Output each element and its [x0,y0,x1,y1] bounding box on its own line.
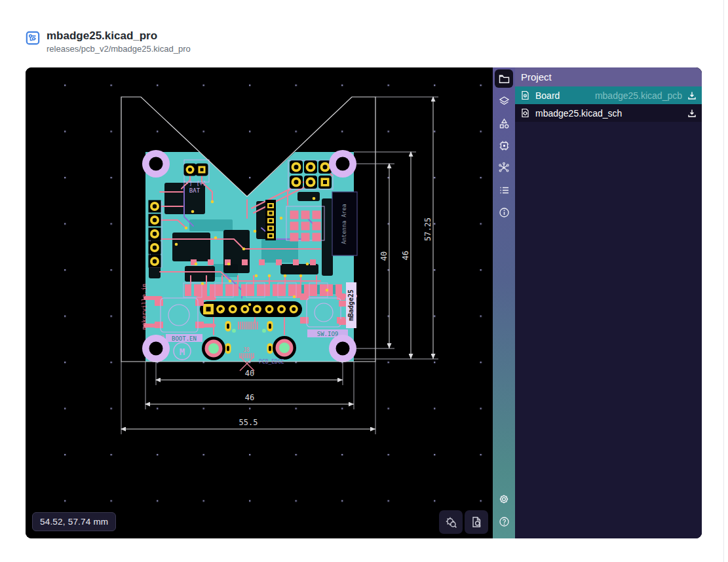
zoom-to-board-icon [445,516,457,529]
module-edge-pads [265,200,276,240]
info-icon [499,207,510,218]
dimension-label: 40 [379,252,389,261]
dimension-label: 57.25 [423,217,432,241]
objects-list-icon [499,185,510,196]
scrollbar-track-edge [723,0,724,562]
footprint-icon [499,140,510,151]
project-icon [499,73,510,84]
sidebar-tool-nets[interactable] [495,159,513,177]
settings-button[interactable] [495,490,513,508]
dimension-label: 46 [401,251,410,260]
zoom-to-board-button[interactable] [439,510,463,534]
svg-text:J8: J8 [243,347,250,353]
dimension-label: 40 [245,369,254,378]
panel-title: Project [515,67,702,86]
zoom-to-page-icon [470,516,483,529]
board-file-icon [520,90,530,100]
board-canvas[interactable]: [-] [+] BAT [26,67,493,538]
kicad-viewer: [-] [+] BAT [26,67,702,538]
svg-text:mBadge25: mBadge25 [347,290,354,321]
nets-icon [498,162,510,174]
file-row-board[interactable]: Board mbadge25.kicad_pcb [515,86,702,104]
svg-text:SW.IO9: SW.IO9 [317,331,339,337]
dimension-label: 55.5 [239,418,258,427]
download-icon[interactable] [687,91,697,100]
help-button[interactable] [495,512,513,531]
module-grid-pads [290,211,321,242]
file-header: mbadge25.kicad_pro releases/pcb_v2/mbadg… [26,29,191,54]
zoom-to-page-button[interactable] [465,510,488,534]
schematic-file-icon [520,108,530,118]
svg-text:M: M [180,347,185,357]
sidebar-tool-footprints[interactable] [495,136,513,155]
sidebar-tool-project[interactable] [495,69,513,88]
breadcrumb: releases/pcb_v2/mbadge25.kicad_pro [47,44,191,54]
svg-text:Antenna Area: Antenna Area [341,204,347,244]
help-icon [499,516,510,527]
antenna-area: Antenna Area [332,192,357,255]
bottom-header-pads [200,301,302,317]
svg-text:[+]: [+] [197,181,206,187]
page-title: mbadge25.kicad_pro [47,29,191,43]
download-icon[interactable] [687,109,697,118]
panel-empty-area [515,122,702,538]
svg-text:BAT: BAT [189,187,201,194]
svg-text:BOOT.EN: BOOT.EN [172,335,197,342]
file-row-schematic[interactable]: mbadge25.kicad_sch [515,104,702,122]
settings-gear-icon [498,493,510,505]
file-row-filename: mbadge25.kicad_pcb [595,90,682,101]
page: mbadge25.kicad_pro releases/pcb_v2/mbadg… [0,0,728,562]
makerville-silkscreen: makerville.in [141,284,147,329]
cursor-position-readout: 54.52, 57.74 mm [32,512,116,531]
symbols-icon [499,118,510,129]
sidebar-tool-objects[interactable] [495,181,513,199]
activity-bar [493,67,515,538]
sidebar-tool-symbols[interactable] [495,114,513,132]
svg-text:[-]: [-] [183,181,192,187]
dimension-label: 46 [245,393,254,402]
layers-icon [499,96,510,107]
file-row-label: mbadge25.kicad_sch [535,108,622,119]
pcb-render: [-] [+] BAT [26,67,493,538]
left-header-pads [149,200,161,268]
sidebar-tool-info[interactable] [495,203,513,221]
pcb-file-icon [26,31,40,45]
project-panel: Project Board mbadge25.kicad_pcb [515,67,702,538]
sidebar-tool-layers[interactable] [495,92,513,110]
file-row-label: Board [535,90,560,101]
